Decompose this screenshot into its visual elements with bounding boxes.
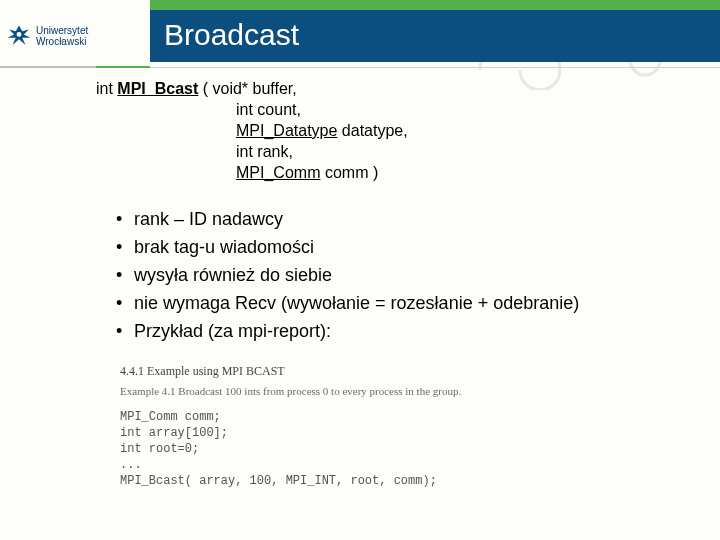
example-heading: 4.4.1 Example using MPI BCAST — [120, 363, 690, 379]
example-excerpt: 4.4.1 Example using MPI BCAST Example 4.… — [96, 363, 690, 489]
slide-title: Broadcast — [150, 10, 720, 62]
green-accent-bar — [150, 0, 720, 10]
eagle-icon — [6, 23, 32, 49]
list-item: wysyła również do siebie — [116, 261, 690, 289]
bullet-list: rank – ID nadawcy brak tag-u wiadomości … — [96, 205, 690, 345]
list-item: nie wymaga Recv (wywołanie = rozesłanie … — [116, 289, 690, 317]
university-logo: Uniwersytet Wrocławski — [0, 19, 150, 53]
slide-body: int MPI_Bcast ( void* buffer, int count,… — [0, 68, 720, 489]
mpi-signature: int MPI_Bcast ( void* buffer, int count,… — [96, 78, 690, 183]
logo-line1: Uniwersytet — [36, 25, 88, 36]
logo-line2: Wrocławski — [36, 36, 86, 47]
list-item: Przykład (za mpi-report): — [116, 317, 690, 345]
list-item: brak tag-u wiadomości — [116, 233, 690, 261]
slide-header: Uniwersytet Wrocławski Broadcast — [0, 0, 720, 68]
svg-point-0 — [17, 32, 22, 37]
example-code: MPI_Comm comm; int array[100]; int root=… — [120, 409, 690, 489]
example-caption: Example 4.1 Broadcast 100 ints from proc… — [120, 383, 690, 399]
list-item: rank – ID nadawcy — [116, 205, 690, 233]
